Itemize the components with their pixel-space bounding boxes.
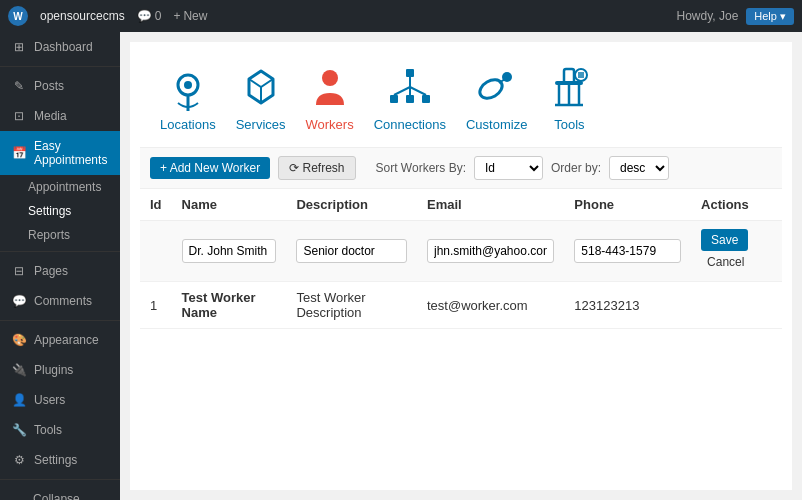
locations-icon — [166, 67, 210, 111]
workers-toolbar: + Add New Worker ⟳ Refresh Sort Workers … — [140, 147, 782, 189]
separator-3 — [0, 320, 120, 321]
col-id: Id — [140, 189, 172, 221]
svg-rect-6 — [390, 95, 398, 103]
sidebar-item-plugins[interactable]: 🔌 Plugins — [0, 355, 120, 385]
sidebar-item-easy-appointments[interactable]: 📅 Easy Appointments — [0, 131, 120, 175]
customize-icon — [475, 67, 519, 111]
media-icon: ⊡ — [12, 109, 26, 123]
sidebar-label-users: Users — [34, 393, 65, 407]
order-by-select[interactable]: desc asc — [609, 156, 669, 180]
main-layout: ⊞ Dashboard ✎ Posts ⊡ Media 📅 Easy Appoi… — [0, 32, 802, 500]
separator-1 — [0, 66, 120, 67]
nav-icon-tools[interactable]: Tools — [547, 67, 591, 132]
top-bar: W opensourcecms 💬 0 + New Howdy, Joe Hel… — [0, 0, 802, 32]
top-bar-right: Howdy, Joe Help ▾ — [677, 8, 795, 25]
nav-icon-connections[interactable]: Connections — [374, 67, 446, 132]
edit-email-cell — [417, 221, 564, 282]
sort-by-select[interactable]: Id Name Email Phone — [474, 156, 543, 180]
svg-rect-8 — [422, 95, 430, 103]
nav-icon-services[interactable]: Services — [236, 67, 286, 132]
edit-description-cell — [286, 221, 417, 282]
sidebar-item-dashboard[interactable]: ⊞ Dashboard — [0, 32, 120, 62]
sidebar-item-posts[interactable]: ✎ Posts — [0, 71, 120, 101]
appearance-icon: 🎨 — [12, 333, 26, 347]
save-worker-button[interactable]: Save — [701, 229, 748, 251]
sidebar-sub-settings[interactable]: Settings — [0, 199, 120, 223]
edit-name-cell — [172, 221, 287, 282]
locations-label: Locations — [160, 117, 216, 132]
row-actions — [691, 282, 782, 329]
sidebar-item-appearance[interactable]: 🎨 Appearance — [0, 325, 120, 355]
table-header-row: Id Name Description Email Phone Actions — [140, 189, 782, 221]
comments-sidebar-icon: 💬 — [12, 294, 26, 308]
edit-id-cell — [140, 221, 172, 282]
sidebar-label-easy-appointments: Easy Appointments — [34, 139, 108, 167]
edit-description-input[interactable] — [296, 239, 407, 263]
separator-2 — [0, 251, 120, 252]
nav-icons-bar: Locations Services — [140, 52, 782, 147]
sidebar-item-collapse[interactable]: « Collapse menu — [0, 484, 120, 500]
sidebar: ⊞ Dashboard ✎ Posts ⊡ Media 📅 Easy Appoi… — [0, 32, 120, 500]
row-phone: 123123213 — [564, 282, 691, 329]
cancel-edit-button[interactable]: Cancel — [701, 251, 750, 273]
sidebar-sub-appointments[interactable]: Appointments — [0, 175, 120, 199]
sidebar-item-settings[interactable]: ⚙ Settings — [0, 445, 120, 475]
sidebar-item-users[interactable]: 👤 Users — [0, 385, 120, 415]
svg-rect-16 — [564, 69, 574, 83]
col-email: Email — [417, 189, 564, 221]
new-link[interactable]: + New — [173, 9, 207, 23]
refresh-button[interactable]: ⟳ Refresh — [278, 156, 355, 180]
sidebar-sub-reports[interactable]: Reports — [0, 223, 120, 247]
tools-sidebar-icon: 🔧 — [12, 423, 26, 437]
table-row: 1 Test Worker Name Test Worker Descripti… — [140, 282, 782, 329]
col-description: Description — [286, 189, 417, 221]
col-phone: Phone — [564, 189, 691, 221]
services-label: Services — [236, 117, 286, 132]
tools-nav-label: Tools — [554, 117, 584, 132]
sidebar-label-posts: Posts — [34, 79, 64, 93]
svg-rect-7 — [406, 95, 414, 103]
comments-link[interactable]: 💬 0 — [137, 9, 162, 23]
edit-phone-input[interactable] — [574, 239, 681, 263]
svg-rect-5 — [406, 69, 414, 77]
row-id: 1 — [140, 282, 172, 329]
nav-icon-customize[interactable]: Customize — [466, 67, 527, 132]
sort-by-label: Sort Workers By: — [376, 161, 466, 175]
customize-label: Customize — [466, 117, 527, 132]
site-name[interactable]: opensourcecms — [40, 9, 125, 23]
help-button[interactable]: Help ▾ — [746, 8, 794, 25]
settings-icon: ⚙ — [12, 453, 26, 467]
tools-icon — [547, 67, 591, 111]
nav-icon-locations[interactable]: Locations — [160, 67, 216, 132]
posts-icon: ✎ — [12, 79, 26, 93]
order-by-label: Order by: — [551, 161, 601, 175]
dashboard-icon: ⊞ — [12, 40, 26, 54]
users-icon: 👤 — [12, 393, 26, 407]
row-description: Test Worker Description — [286, 282, 417, 329]
edit-name-input[interactable] — [182, 239, 277, 263]
table-header: Id Name Description Email Phone Actions — [140, 189, 782, 221]
edit-actions-cell: Save Cancel — [691, 221, 782, 282]
content-area: Locations Services — [120, 32, 802, 500]
sidebar-item-media[interactable]: ⊡ Media — [0, 101, 120, 131]
wp-logo[interactable]: W — [8, 6, 28, 26]
row-name: Test Worker Name — [172, 282, 287, 329]
sidebar-item-tools[interactable]: 🔧 Tools — [0, 415, 120, 445]
separator-4 — [0, 479, 120, 480]
svg-line-10 — [394, 87, 410, 95]
sidebar-item-comments[interactable]: 💬 Comments — [0, 286, 120, 316]
services-icon — [239, 67, 283, 111]
sidebar-label-media: Media — [34, 109, 67, 123]
sidebar-label-pages: Pages — [34, 264, 68, 278]
col-name: Name — [172, 189, 287, 221]
add-new-worker-button[interactable]: + Add New Worker — [150, 157, 270, 179]
sidebar-label-tools: Tools — [34, 423, 62, 437]
easy-appointments-icon: 📅 — [12, 146, 26, 160]
sidebar-label-appearance: Appearance — [34, 333, 99, 347]
sidebar-item-pages[interactable]: ⊟ Pages — [0, 256, 120, 286]
comment-icon: 💬 — [137, 9, 152, 23]
edit-email-input[interactable] — [427, 239, 554, 263]
top-bar-left: W opensourcecms 💬 0 + New — [8, 6, 677, 26]
nav-icon-workers[interactable]: Workers — [306, 67, 354, 132]
connections-label: Connections — [374, 117, 446, 132]
